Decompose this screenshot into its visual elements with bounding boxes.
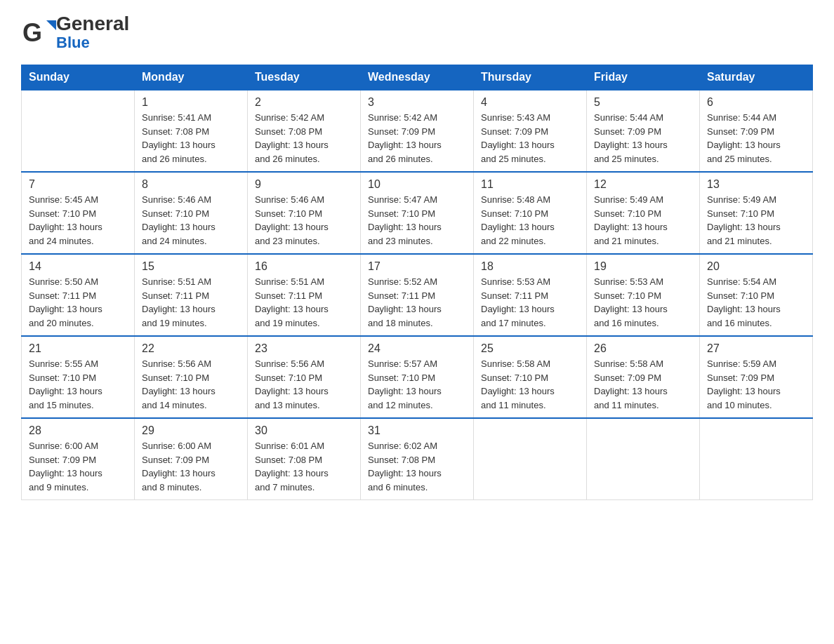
calendar-cell: 15Sunrise: 5:51 AM Sunset: 7:11 PM Dayli… bbox=[135, 254, 248, 336]
header-tuesday: Tuesday bbox=[248, 65, 361, 90]
day-info: Sunrise: 5:46 AM Sunset: 7:10 PM Dayligh… bbox=[255, 193, 353, 248]
calendar-cell: 26Sunrise: 5:58 AM Sunset: 7:09 PM Dayli… bbox=[587, 336, 700, 418]
calendar-cell: 10Sunrise: 5:47 AM Sunset: 7:10 PM Dayli… bbox=[361, 172, 474, 254]
day-number: 17 bbox=[368, 260, 466, 273]
calendar-cell: 24Sunrise: 5:57 AM Sunset: 7:10 PM Dayli… bbox=[361, 336, 474, 418]
day-number: 4 bbox=[481, 96, 579, 109]
day-info: Sunrise: 5:54 AM Sunset: 7:10 PM Dayligh… bbox=[707, 275, 805, 330]
logo-blue-text: Blue bbox=[56, 35, 129, 51]
day-info: Sunrise: 5:59 AM Sunset: 7:09 PM Dayligh… bbox=[707, 357, 805, 412]
day-info: Sunrise: 5:49 AM Sunset: 7:10 PM Dayligh… bbox=[594, 193, 692, 248]
day-info: Sunrise: 5:53 AM Sunset: 7:11 PM Dayligh… bbox=[481, 275, 579, 330]
day-number: 25 bbox=[481, 342, 579, 355]
logo-general-text: General bbox=[56, 14, 129, 34]
calendar-cell bbox=[474, 418, 587, 500]
day-number: 30 bbox=[255, 424, 353, 437]
day-info: Sunrise: 6:00 AM Sunset: 7:09 PM Dayligh… bbox=[142, 439, 240, 494]
day-number: 24 bbox=[368, 342, 466, 355]
day-info: Sunrise: 5:44 AM Sunset: 7:09 PM Dayligh… bbox=[594, 111, 692, 166]
day-number: 18 bbox=[481, 260, 579, 273]
calendar-cell: 17Sunrise: 5:52 AM Sunset: 7:11 PM Dayli… bbox=[361, 254, 474, 336]
calendar-week-row: 1Sunrise: 5:41 AM Sunset: 7:08 PM Daylig… bbox=[22, 90, 813, 172]
day-info: Sunrise: 5:42 AM Sunset: 7:09 PM Dayligh… bbox=[368, 111, 466, 166]
calendar-cell: 16Sunrise: 5:51 AM Sunset: 7:11 PM Dayli… bbox=[248, 254, 361, 336]
header-monday: Monday bbox=[135, 65, 248, 90]
day-number: 22 bbox=[142, 342, 240, 355]
calendar-cell: 28Sunrise: 6:00 AM Sunset: 7:09 PM Dayli… bbox=[22, 418, 135, 500]
logo-icon: G bbox=[21, 15, 56, 50]
day-info: Sunrise: 5:48 AM Sunset: 7:10 PM Dayligh… bbox=[481, 193, 579, 248]
day-number: 2 bbox=[255, 96, 353, 109]
header-wednesday: Wednesday bbox=[361, 65, 474, 90]
day-info: Sunrise: 5:46 AM Sunset: 7:10 PM Dayligh… bbox=[142, 193, 240, 248]
day-number: 6 bbox=[707, 96, 805, 109]
day-number: 5 bbox=[594, 96, 692, 109]
day-number: 26 bbox=[594, 342, 692, 355]
day-number: 3 bbox=[368, 96, 466, 109]
day-info: Sunrise: 5:52 AM Sunset: 7:11 PM Dayligh… bbox=[368, 275, 466, 330]
day-number: 7 bbox=[29, 178, 127, 191]
day-number: 10 bbox=[368, 178, 466, 191]
day-number: 15 bbox=[142, 260, 240, 273]
svg-text:G: G bbox=[22, 18, 42, 47]
calendar-cell: 14Sunrise: 5:50 AM Sunset: 7:11 PM Dayli… bbox=[22, 254, 135, 336]
calendar-cell: 5Sunrise: 5:44 AM Sunset: 7:09 PM Daylig… bbox=[587, 90, 700, 172]
calendar-cell bbox=[22, 90, 135, 172]
svg-marker-1 bbox=[46, 20, 56, 30]
header-sunday: Sunday bbox=[22, 65, 135, 90]
day-number: 12 bbox=[594, 178, 692, 191]
calendar-table: Sunday Monday Tuesday Wednesday Thursday… bbox=[21, 65, 813, 500]
weekday-header-row: Sunday Monday Tuesday Wednesday Thursday… bbox=[22, 65, 813, 90]
day-number: 19 bbox=[594, 260, 692, 273]
day-info: Sunrise: 5:42 AM Sunset: 7:08 PM Dayligh… bbox=[255, 111, 353, 166]
calendar-cell: 31Sunrise: 6:02 AM Sunset: 7:08 PM Dayli… bbox=[361, 418, 474, 500]
day-info: Sunrise: 5:58 AM Sunset: 7:10 PM Dayligh… bbox=[481, 357, 579, 412]
calendar-cell: 8Sunrise: 5:46 AM Sunset: 7:10 PM Daylig… bbox=[135, 172, 248, 254]
day-info: Sunrise: 5:44 AM Sunset: 7:09 PM Dayligh… bbox=[707, 111, 805, 166]
day-number: 9 bbox=[255, 178, 353, 191]
calendar-cell: 2Sunrise: 5:42 AM Sunset: 7:08 PM Daylig… bbox=[248, 90, 361, 172]
calendar-cell: 25Sunrise: 5:58 AM Sunset: 7:10 PM Dayli… bbox=[474, 336, 587, 418]
day-number: 1 bbox=[142, 96, 240, 109]
day-number: 27 bbox=[707, 342, 805, 355]
calendar-cell: 21Sunrise: 5:55 AM Sunset: 7:10 PM Dayli… bbox=[22, 336, 135, 418]
day-info: Sunrise: 5:56 AM Sunset: 7:10 PM Dayligh… bbox=[142, 357, 240, 412]
day-number: 29 bbox=[142, 424, 240, 437]
day-number: 21 bbox=[29, 342, 127, 355]
calendar-week-row: 28Sunrise: 6:00 AM Sunset: 7:09 PM Dayli… bbox=[22, 418, 813, 500]
day-info: Sunrise: 5:47 AM Sunset: 7:10 PM Dayligh… bbox=[368, 193, 466, 248]
calendar-cell: 23Sunrise: 5:56 AM Sunset: 7:10 PM Dayli… bbox=[248, 336, 361, 418]
day-number: 16 bbox=[255, 260, 353, 273]
day-info: Sunrise: 5:56 AM Sunset: 7:10 PM Dayligh… bbox=[255, 357, 353, 412]
day-info: Sunrise: 5:58 AM Sunset: 7:09 PM Dayligh… bbox=[594, 357, 692, 412]
calendar-cell: 1Sunrise: 5:41 AM Sunset: 7:08 PM Daylig… bbox=[135, 90, 248, 172]
calendar-cell: 11Sunrise: 5:48 AM Sunset: 7:10 PM Dayli… bbox=[474, 172, 587, 254]
day-info: Sunrise: 5:50 AM Sunset: 7:11 PM Dayligh… bbox=[29, 275, 127, 330]
calendar-cell: 30Sunrise: 6:01 AM Sunset: 7:08 PM Dayli… bbox=[248, 418, 361, 500]
calendar-cell: 6Sunrise: 5:44 AM Sunset: 7:09 PM Daylig… bbox=[700, 90, 813, 172]
page-header: G General Blue bbox=[21, 14, 813, 51]
header-thursday: Thursday bbox=[474, 65, 587, 90]
day-info: Sunrise: 5:49 AM Sunset: 7:10 PM Dayligh… bbox=[707, 193, 805, 248]
calendar-week-row: 14Sunrise: 5:50 AM Sunset: 7:11 PM Dayli… bbox=[22, 254, 813, 336]
calendar-cell: 13Sunrise: 5:49 AM Sunset: 7:10 PM Dayli… bbox=[700, 172, 813, 254]
day-info: Sunrise: 6:01 AM Sunset: 7:08 PM Dayligh… bbox=[255, 439, 353, 494]
day-info: Sunrise: 5:53 AM Sunset: 7:10 PM Dayligh… bbox=[594, 275, 692, 330]
calendar-cell: 7Sunrise: 5:45 AM Sunset: 7:10 PM Daylig… bbox=[22, 172, 135, 254]
day-info: Sunrise: 5:43 AM Sunset: 7:09 PM Dayligh… bbox=[481, 111, 579, 166]
day-info: Sunrise: 5:51 AM Sunset: 7:11 PM Dayligh… bbox=[255, 275, 353, 330]
calendar-cell: 18Sunrise: 5:53 AM Sunset: 7:11 PM Dayli… bbox=[474, 254, 587, 336]
header-saturday: Saturday bbox=[700, 65, 813, 90]
day-info: Sunrise: 6:00 AM Sunset: 7:09 PM Dayligh… bbox=[29, 439, 127, 494]
day-number: 23 bbox=[255, 342, 353, 355]
calendar-week-row: 7Sunrise: 5:45 AM Sunset: 7:10 PM Daylig… bbox=[22, 172, 813, 254]
calendar-cell: 19Sunrise: 5:53 AM Sunset: 7:10 PM Dayli… bbox=[587, 254, 700, 336]
calendar-week-row: 21Sunrise: 5:55 AM Sunset: 7:10 PM Dayli… bbox=[22, 336, 813, 418]
calendar-cell: 12Sunrise: 5:49 AM Sunset: 7:10 PM Dayli… bbox=[587, 172, 700, 254]
day-number: 11 bbox=[481, 178, 579, 191]
day-number: 31 bbox=[368, 424, 466, 437]
calendar-cell bbox=[587, 418, 700, 500]
calendar-cell: 4Sunrise: 5:43 AM Sunset: 7:09 PM Daylig… bbox=[474, 90, 587, 172]
day-info: Sunrise: 5:41 AM Sunset: 7:08 PM Dayligh… bbox=[142, 111, 240, 166]
day-info: Sunrise: 5:45 AM Sunset: 7:10 PM Dayligh… bbox=[29, 193, 127, 248]
